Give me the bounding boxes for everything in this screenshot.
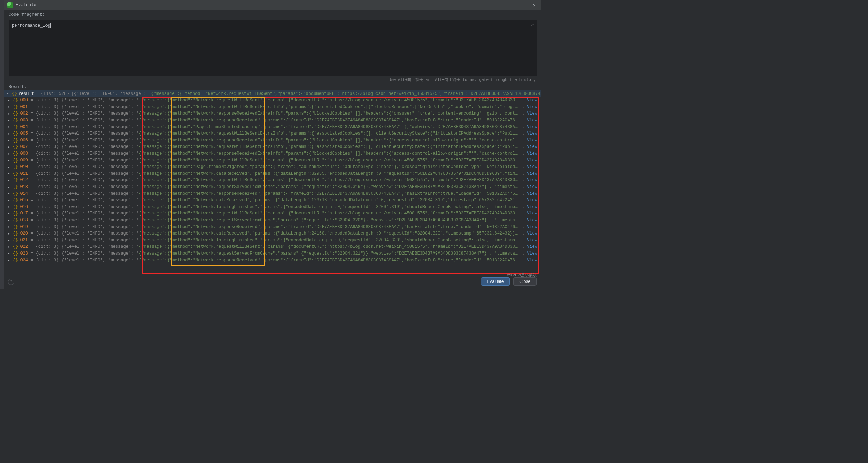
ellipsis: … [520,244,524,249]
ellipsis: … [520,144,524,149]
table-row[interactable]: ▸{}005 = {dict: 3} {'level': 'INFO', 'me… [4,130,541,137]
chevron-right-icon[interactable]: ▸ [6,124,11,130]
table-row[interactable]: ▸{}010 = {dict: 3} {'level': 'INFO', 'me… [4,164,541,170]
table-row[interactable]: ▸{}019 = {dict: 3} {'level': 'INFO', 'me… [4,223,541,230]
table-row[interactable]: ▸{}007 = {dict: 3} {'level': 'INFO', 'me… [4,144,541,150]
view-link[interactable]: View [527,244,539,249]
table-row[interactable]: ▸{}002 = {dict: 3} {'level': 'INFO', 'me… [4,110,541,117]
chevron-right-icon[interactable]: ▸ [6,251,11,256]
row-index: 013 [20,184,28,189]
chevron-right-icon[interactable]: ▸ [6,171,11,176]
result-header-row[interactable]: ▾ {} result = {list: 528} [{'level': 'IN… [4,90,541,97]
ellipsis: … [520,158,524,163]
view-link[interactable]: View [527,98,539,103]
chevron-right-icon[interactable]: ▸ [6,178,11,183]
view-link[interactable]: View [527,171,539,176]
view-link[interactable]: View [527,191,539,196]
chevron-right-icon[interactable]: ▸ [6,231,11,236]
chevron-right-icon[interactable]: ▸ [6,144,11,150]
view-link[interactable]: View [527,125,539,130]
row-msgk: {"message":{ [139,125,170,130]
view-link[interactable]: View [527,238,539,243]
view-link[interactable]: View [527,111,539,116]
view-link[interactable]: View [527,118,539,123]
chevron-right-icon[interactable]: ▸ [6,131,11,136]
chevron-right-icon[interactable]: ▸ [6,111,11,116]
expand-icon[interactable]: ⤢ [530,23,534,28]
view-link[interactable]: View [527,231,539,236]
chevron-right-icon[interactable]: ▸ [6,217,11,223]
table-row[interactable]: ▸{}013 = {dict: 3} {'level': 'INFO', 'me… [4,184,541,190]
view-link[interactable]: View [527,178,539,183]
chevron-down-icon[interactable]: ▾ [6,91,9,96]
table-row[interactable]: ▸{}018 = {dict: 3} {'level': 'INFO', 'me… [4,217,541,224]
view-link[interactable]: View [527,211,539,216]
view-link[interactable]: View [527,158,539,163]
row-tail: "params":{"associatedCookies":[{"blocked… [288,105,520,110]
row-method: "method":"Network.dataReceived","params"… [170,231,275,236]
help-icon[interactable]: ? [8,279,14,285]
chevron-right-icon[interactable]: ▸ [6,118,11,123]
view-link[interactable]: View [527,144,539,149]
view-link[interactable]: View [527,184,539,189]
chevron-right-icon[interactable]: ▸ [6,138,11,143]
table-row[interactable]: ▸{}004 = {dict: 3} {'level': 'INFO', 'me… [4,124,541,130]
chevron-right-icon[interactable]: ▸ [6,151,11,156]
chevron-right-icon[interactable]: ▸ [6,237,11,243]
view-link[interactable]: View [527,225,539,230]
code-fragment-input[interactable]: performance_log ⤢ [9,20,537,76]
chevron-right-icon[interactable]: ▸ [6,191,11,196]
chevron-right-icon[interactable]: ▸ [6,244,11,250]
table-row[interactable]: ▸{}009 = {dict: 3} {'level': 'INFO', 'me… [4,157,541,164]
table-row[interactable]: ▸{}008 = {dict: 3} {'level': 'INFO', 'me… [4,150,541,157]
table-row[interactable]: ▸{}017 = {dict: 3} {'level': 'INFO', 'me… [4,210,541,217]
row-msgk: {"message":{ [139,198,170,203]
chevron-right-icon[interactable]: ▸ [6,257,11,263]
table-row[interactable]: ▸{}022 = {dict: 3} {'level': 'INFO', 'me… [4,243,541,250]
view-link[interactable]: View [527,138,539,143]
table-row[interactable]: ▸{}020 = {dict: 3} {'level': 'INFO', 'me… [4,230,541,237]
view-link[interactable]: View [527,218,539,223]
braces-icon: {} [13,111,18,116]
row-msgk: {"message":{ [139,164,170,169]
view-link[interactable]: View [527,151,539,156]
view-link[interactable]: View [527,198,539,203]
table-row[interactable]: ▸{}024 = {dict: 3} {'level': 'INFO', 'me… [4,257,541,264]
row-msgk: {"message":{ [139,178,170,183]
chevron-right-icon[interactable]: ▸ [6,98,11,103]
row-tail: {"dataLength":24158,"encodedDataLength":… [275,231,520,236]
table-row[interactable]: ▸{}003 = {dict: 3} {'level': 'INFO', 'me… [4,117,541,124]
row-method: "method":"Page.frameNavigated","params": [170,164,273,169]
close-icon[interactable]: ✕ [531,1,538,9]
row-method: "method":"Network.responseReceived", [170,118,262,123]
chevron-right-icon[interactable]: ▸ [6,211,11,216]
view-link[interactable]: View [527,204,539,209]
view-link[interactable]: View [527,258,539,263]
ellipsis: … [520,164,524,169]
close-button[interactable]: Close [513,277,537,286]
table-row[interactable]: ▸{}012 = {dict: 3} {'level': 'INFO', 'me… [4,177,541,184]
chevron-right-icon[interactable]: ▸ [6,198,11,203]
chevron-right-icon[interactable]: ▸ [6,158,11,163]
chevron-right-icon[interactable]: ▸ [6,204,11,209]
view-link[interactable]: View [527,251,539,256]
view-link[interactable]: View [527,131,539,136]
chevron-right-icon[interactable]: ▸ [6,184,11,190]
table-row[interactable]: ▸{}021 = {dict: 3} {'level': 'INFO', 'me… [4,237,541,243]
table-row[interactable]: ▸{}015 = {dict: 3} {'level': 'INFO', 'me… [4,197,541,204]
table-row[interactable]: ▸{}014 = {dict: 3} {'level': 'INFO', 'me… [4,190,541,197]
table-row[interactable]: ▸{}016 = {dict: 3} {'level': 'INFO', 'me… [4,204,541,211]
table-row[interactable]: ▸{}023 = {dict: 3} {'level': 'INFO', 'me… [4,250,541,257]
evaluate-button[interactable]: Evaluate [481,277,510,286]
view-link[interactable]: View [527,164,539,169]
table-row[interactable]: ▸{}011 = {dict: 3} {'level': 'INFO', 'me… [4,170,541,177]
table-row[interactable]: ▸{}006 = {dict: 3} {'level': 'INFO', 'me… [4,137,541,144]
table-row[interactable]: ▸{}001 = {dict: 3} {'level': 'INFO', 'me… [4,104,541,111]
row-type: {dict: 3} [36,211,59,216]
ellipsis: … [520,184,524,189]
chevron-right-icon[interactable]: ▸ [6,224,11,230]
chevron-right-icon[interactable]: ▸ [6,164,11,170]
chevron-right-icon[interactable]: ▸ [6,104,11,110]
view-link[interactable]: View [527,105,539,110]
table-row[interactable]: ▸{}000 = {dict: 3} {'level': 'INFO', 'me… [4,97,541,104]
